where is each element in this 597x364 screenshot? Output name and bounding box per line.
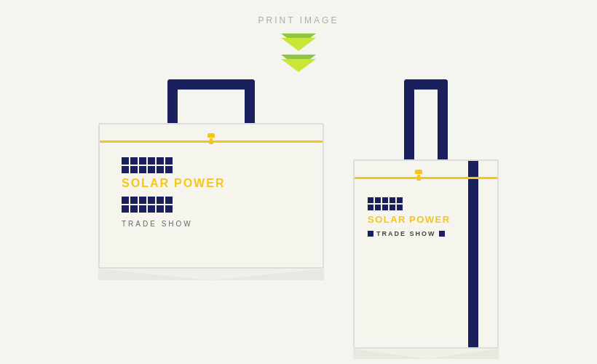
grid-cell <box>139 157 146 165</box>
grid-cell <box>122 205 129 213</box>
bag1-handle <box>167 79 255 123</box>
bag2-handle <box>404 79 448 159</box>
grid-cell-s <box>375 205 381 210</box>
bags-container: SOLAR POWER <box>0 79 597 359</box>
grid-cell-s <box>397 197 403 203</box>
grid-cell <box>130 205 138 213</box>
grid-cell <box>139 197 146 204</box>
grid-cell <box>122 157 129 165</box>
page-header: PRINT IMAGE <box>0 0 597 29</box>
grid-cell <box>130 157 138 165</box>
grid-cell <box>148 205 155 213</box>
bag2-brand-text: SOLAR <box>368 215 406 224</box>
grid-cell <box>130 166 138 173</box>
bag2-wrapper: SOLAR POWER TRADE SHOW <box>353 79 499 359</box>
grid-cell <box>130 197 138 204</box>
bag2-logo: SOLAR POWER TRADE SHOW <box>368 197 451 237</box>
grid-cell <box>122 197 129 204</box>
grid-cell <box>139 205 146 213</box>
trade-show-square-right <box>439 231 445 237</box>
zipper-top-2 <box>415 170 422 174</box>
trade-show-square-left <box>368 231 373 237</box>
bag1-zipper-pull <box>206 133 216 148</box>
bag2-brand-text2: POWER <box>409 215 451 224</box>
solar-grid-bottom <box>122 197 173 213</box>
solar-grid-top <box>122 157 173 173</box>
chevron-inner-1 <box>281 38 316 51</box>
grid-cell-s <box>382 205 388 210</box>
grid-cell <box>165 205 173 213</box>
grid-cell-s <box>390 205 395 210</box>
grid-cell <box>139 166 146 173</box>
grid-cell <box>165 157 173 165</box>
print-image-label: PRINT IMAGE <box>258 15 339 25</box>
grid-cell <box>157 197 164 204</box>
bag1-body: SOLAR POWER <box>98 123 324 269</box>
bag2-stripe <box>468 161 478 347</box>
grid-cell-s <box>390 197 395 203</box>
grid-cell-s <box>368 197 373 203</box>
grid-cell <box>157 205 164 213</box>
bag2-trade-show-row: TRADE SHOW <box>368 230 445 237</box>
bag2-solar-grid <box>368 197 403 210</box>
grid-cell-s <box>368 205 373 210</box>
grid-cell <box>165 166 173 173</box>
bag2-fold <box>353 349 499 359</box>
grid-cell-s <box>382 197 388 203</box>
grid-cell-s <box>397 205 403 210</box>
zipper-top <box>207 133 215 138</box>
grid-cell <box>148 197 155 204</box>
zipper-bottom-2 <box>416 175 421 181</box>
bag2-trade-show: TRADE SHOW <box>376 230 436 237</box>
grid-cell-s <box>375 197 381 203</box>
zipper-bottom <box>209 138 213 144</box>
bag1-fold <box>98 269 324 280</box>
bag1-logo: SOLAR POWER <box>122 157 225 228</box>
bag2-zipper-pull <box>414 170 424 184</box>
grid-cell <box>148 166 155 173</box>
chevron-inner-2 <box>281 59 316 72</box>
chevron-arrows <box>281 33 316 72</box>
bag2-body: SOLAR POWER TRADE SHOW <box>353 159 499 349</box>
grid-cell <box>165 197 173 204</box>
grid-cell <box>148 157 155 165</box>
bag1-trade-show: TRADE SHOW <box>122 220 193 228</box>
bag1-wrapper: SOLAR POWER <box>98 79 324 280</box>
grid-cell <box>157 166 164 173</box>
grid-cell <box>122 166 129 173</box>
bag1-brand-text: SOLAR <box>122 178 170 189</box>
bag1-brand-text2: POWER <box>174 178 225 189</box>
bag2-zipper-line <box>355 177 497 179</box>
grid-cell <box>157 157 164 165</box>
